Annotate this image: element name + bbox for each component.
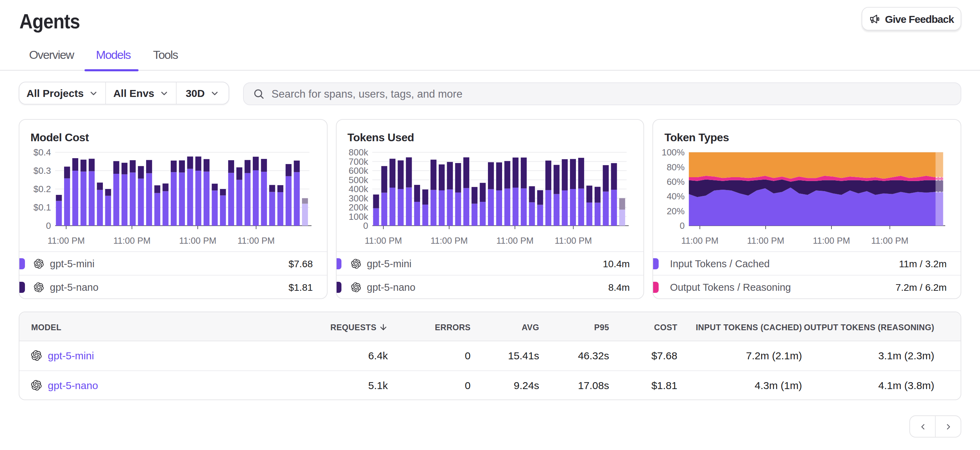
svg-text:$0.4: $0.4: [33, 147, 51, 157]
svg-text:$0.1: $0.1: [33, 202, 51, 213]
svg-text:20%: 20%: [667, 206, 685, 216]
svg-text:11:00 PM: 11:00 PM: [681, 236, 719, 245]
svg-text:11:00 PM: 11:00 PM: [871, 236, 908, 245]
svg-text:500k: 500k: [348, 175, 368, 185]
svg-text:0: 0: [680, 221, 685, 231]
svg-text:0: 0: [363, 221, 368, 231]
svg-text:11:00 PM: 11:00 PM: [237, 236, 275, 245]
svg-text:11:00 PM: 11:00 PM: [554, 236, 592, 245]
svg-text:600k: 600k: [348, 165, 368, 176]
svg-text:11:00 PM: 11:00 PM: [430, 236, 468, 245]
svg-text:80%: 80%: [667, 162, 685, 172]
svg-text:800k: 800k: [348, 147, 368, 157]
svg-text:11:00 PM: 11:00 PM: [113, 236, 151, 245]
svg-text:$0.2: $0.2: [33, 184, 51, 194]
svg-text:$0.3: $0.3: [33, 165, 51, 176]
svg-text:700k: 700k: [348, 156, 368, 167]
svg-text:40%: 40%: [667, 191, 685, 202]
svg-text:100%: 100%: [662, 147, 685, 157]
svg-text:11:00 PM: 11:00 PM: [496, 236, 533, 245]
svg-text:11:00 PM: 11:00 PM: [747, 236, 785, 245]
svg-text:11:00 PM: 11:00 PM: [48, 236, 85, 245]
svg-text:11:00 PM: 11:00 PM: [364, 236, 402, 245]
svg-text:11:00 PM: 11:00 PM: [813, 236, 851, 245]
svg-text:11:00 PM: 11:00 PM: [179, 236, 216, 245]
svg-text:0: 0: [46, 221, 51, 231]
svg-text:60%: 60%: [667, 177, 685, 187]
